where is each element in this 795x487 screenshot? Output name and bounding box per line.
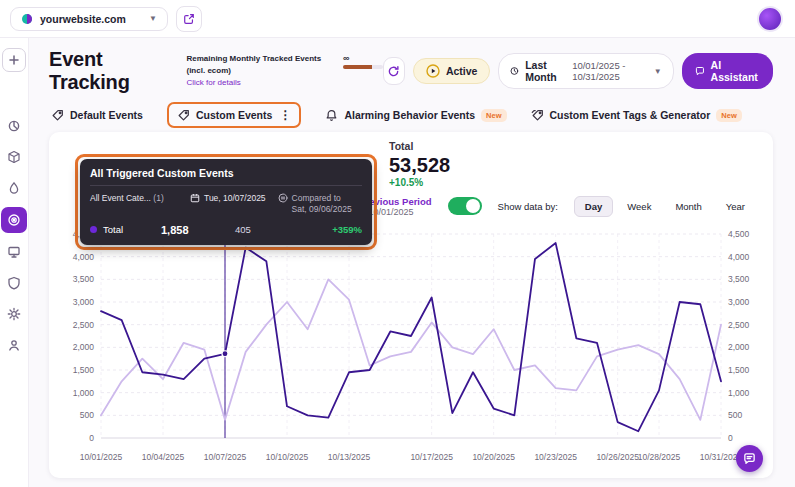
svg-text:2,000: 2,000 bbox=[728, 342, 750, 352]
refresh-icon bbox=[387, 65, 400, 78]
events-chart-card: Total 53,528 +10.5% Compare Previous Per… bbox=[49, 132, 773, 478]
svg-text:10/10/2025: 10/10/2025 bbox=[266, 452, 309, 462]
granularity-day[interactable]: Day bbox=[574, 196, 613, 217]
tab-label: Custom Events bbox=[196, 109, 272, 121]
svg-text:3,000: 3,000 bbox=[73, 297, 95, 307]
tooltip-series-label: Total bbox=[103, 224, 161, 235]
sidebar-item-funnel[interactable] bbox=[2, 176, 26, 200]
svg-text:2,500: 2,500 bbox=[728, 319, 750, 329]
site-name: yourwebsite.com bbox=[40, 13, 126, 25]
svg-text:4,000: 4,000 bbox=[728, 251, 750, 261]
svg-text:2,000: 2,000 bbox=[73, 342, 95, 352]
date-range-selector[interactable]: Last Month 10/01/2025 - 10/31/2025 ▼ bbox=[498, 53, 673, 89]
period-label: Last Month bbox=[525, 59, 566, 83]
svg-text:10/23/2025: 10/23/2025 bbox=[534, 452, 577, 462]
page-title: Event Tracking bbox=[49, 48, 168, 94]
monitor-icon bbox=[7, 245, 21, 259]
chat-icon bbox=[695, 65, 705, 77]
tab-custom-event-tags-generator[interactable]: Custom Event Tags & Generator New bbox=[531, 109, 742, 122]
tooltip-value: 1,858 bbox=[161, 224, 235, 236]
external-link-icon bbox=[183, 13, 195, 25]
granularity-year[interactable]: Year bbox=[716, 197, 755, 216]
sidebar-item-event-tracking[interactable] bbox=[1, 207, 27, 233]
line-chart[interactable]: 005005001,0001,0001,5001,5002,0002,0002,… bbox=[55, 224, 767, 474]
tooltip-category: All Event Cate... (1) bbox=[90, 193, 178, 203]
refresh-button[interactable] bbox=[383, 57, 405, 85]
plus-icon bbox=[8, 54, 20, 66]
svg-text:10/13/2025: 10/13/2025 bbox=[328, 452, 371, 462]
tag-edit-icon bbox=[177, 109, 190, 122]
chevron-down-icon: ▼ bbox=[654, 67, 662, 76]
compare-toggle[interactable] bbox=[448, 197, 482, 215]
granularity-month[interactable]: Month bbox=[665, 197, 711, 216]
droplet-icon bbox=[7, 181, 21, 195]
svg-text:2,500: 2,500 bbox=[73, 319, 95, 329]
sidebar-item-products[interactable] bbox=[2, 145, 26, 169]
tooltip-compare-value: 405 bbox=[235, 224, 293, 235]
tooltip-date: Tue, 10/07/2025 bbox=[190, 193, 266, 203]
sidebar-item-sessions[interactable] bbox=[2, 240, 26, 264]
sidebar-item-security[interactable] bbox=[2, 271, 26, 295]
tab-label: Default Events bbox=[70, 109, 143, 121]
svg-text:10/26/2025: 10/26/2025 bbox=[596, 452, 639, 462]
svg-text:10/20/2025: 10/20/2025 bbox=[472, 452, 515, 462]
open-site-button[interactable] bbox=[176, 6, 202, 32]
target-icon bbox=[7, 213, 21, 227]
sidebar-add-button[interactable] bbox=[2, 48, 26, 72]
tab-custom-events[interactable]: Custom Events bbox=[177, 109, 272, 122]
tracking-status-toggle[interactable]: Active bbox=[413, 58, 491, 84]
shield-icon bbox=[7, 276, 21, 290]
clock-icon bbox=[510, 65, 519, 77]
svg-text:10/04/2025: 10/04/2025 bbox=[142, 452, 185, 462]
sidebar-item-analytics[interactable] bbox=[2, 114, 26, 138]
sidebar-item-settings[interactable] bbox=[2, 302, 26, 326]
new-badge: New bbox=[716, 109, 741, 122]
svg-text:10/28/2025: 10/28/2025 bbox=[638, 452, 681, 462]
bell-icon bbox=[325, 109, 338, 122]
support-chat-button[interactable] bbox=[736, 445, 763, 472]
svg-text:1,000: 1,000 bbox=[73, 387, 95, 397]
ai-assistant-label: AI Assistant bbox=[711, 59, 760, 83]
svg-text:3,500: 3,500 bbox=[728, 274, 750, 284]
svg-text:4,000: 4,000 bbox=[73, 251, 95, 261]
tab-alarming-behavior-events[interactable]: Alarming Behavior Events New bbox=[325, 109, 506, 122]
show-data-by-label: Show data by: bbox=[498, 201, 558, 212]
compare-arrows-icon bbox=[278, 193, 288, 203]
tooltip-compared: Compared toSat, 09/06/2025 bbox=[278, 193, 352, 216]
svg-text:4,500: 4,500 bbox=[728, 229, 750, 239]
topbar: yourwebsite.com ▼ bbox=[0, 0, 795, 38]
granularity-week[interactable]: Week bbox=[617, 197, 661, 216]
sidebar bbox=[0, 38, 29, 487]
ai-assistant-button[interactable]: AI Assistant bbox=[682, 53, 773, 89]
toggle-knob bbox=[466, 199, 480, 213]
total-label: Total bbox=[389, 140, 767, 153]
series-dot-icon bbox=[90, 226, 97, 233]
calendar-icon bbox=[190, 193, 200, 203]
main-content: Event Tracking Remaining Monthly Tracked… bbox=[29, 38, 795, 487]
new-badge: New bbox=[481, 109, 506, 122]
infinity-symbol: ∞ bbox=[343, 54, 349, 63]
svg-text:1,500: 1,500 bbox=[728, 365, 750, 375]
tag-icon bbox=[51, 109, 64, 122]
usage-progress-bar bbox=[343, 65, 383, 69]
sidebar-item-profile[interactable] bbox=[2, 333, 26, 357]
tooltip-title: All Triggered Custom Events bbox=[90, 167, 362, 186]
custom-events-annotation: Custom Events ⋮ bbox=[167, 102, 301, 128]
chevron-down-icon: ▼ bbox=[149, 14, 157, 23]
svg-text:10/17/2025: 10/17/2025 bbox=[410, 452, 453, 462]
tab-default-events[interactable]: Default Events bbox=[51, 109, 143, 122]
click-for-details-link[interactable]: Click for details bbox=[186, 77, 335, 89]
tags-generator-icon bbox=[531, 109, 544, 122]
gear-icon bbox=[7, 307, 21, 321]
active-label: Active bbox=[446, 65, 478, 77]
remaining-events-meter: ∞ bbox=[343, 53, 383, 69]
svg-text:1,000: 1,000 bbox=[728, 387, 750, 397]
svg-text:3,000: 3,000 bbox=[728, 297, 750, 307]
tab-options-kebab-icon[interactable]: ⋮ bbox=[279, 108, 291, 122]
site-selector-dropdown[interactable]: yourwebsite.com ▼ bbox=[10, 7, 168, 31]
person-pin-icon bbox=[7, 338, 21, 352]
play-icon bbox=[426, 64, 440, 78]
period-range: 10/01/2025 - 10/31/2025 bbox=[572, 60, 648, 82]
svg-text:0: 0 bbox=[89, 433, 94, 443]
avatar[interactable] bbox=[757, 6, 783, 32]
